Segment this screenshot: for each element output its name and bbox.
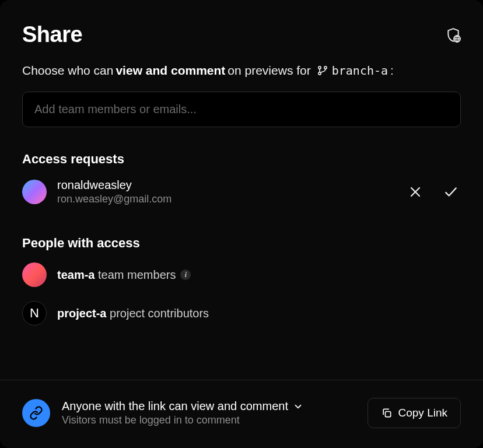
access-label: project-a project contributors	[57, 307, 209, 320]
people-with-access-heading: People with access	[22, 236, 461, 251]
entity-name: project-a	[57, 307, 106, 320]
avatar	[22, 180, 47, 204]
avatar	[22, 262, 47, 287]
visibility-info[interactable]: Anyone with the link can view and commen…	[62, 400, 356, 426]
share-modal: Share Choose who can view and comment on…	[0, 0, 483, 448]
desc-trailing: :	[390, 64, 394, 78]
desc-prefix: Choose who can	[22, 64, 113, 78]
request-actions	[406, 182, 461, 202]
access-row-project: N project-a project contributors	[22, 301, 461, 326]
desc-emphasis: view and comment	[116, 64, 225, 78]
check-icon	[443, 184, 459, 200]
copy-link-button[interactable]: Copy Link	[368, 398, 461, 428]
avatar: N	[22, 301, 47, 326]
desc-suffix: on previews for	[228, 64, 310, 78]
add-members-input[interactable]	[22, 92, 461, 127]
user-name: ronaldweasley	[57, 178, 396, 192]
branch-name: branch-a	[332, 64, 388, 78]
modal-footer: Anyone with the link can view and commen…	[0, 380, 483, 448]
approve-button[interactable]	[441, 182, 461, 202]
access-label: team-a team members i	[57, 268, 191, 282]
user-email: ron.weasley@gmail.com	[57, 193, 396, 205]
branch-icon	[317, 65, 328, 76]
user-info: ronaldweasley ron.weasley@gmail.com	[57, 178, 396, 205]
modal-header: Share	[0, 0, 483, 64]
shield-globe-icon[interactable]	[446, 27, 461, 43]
svg-rect-6	[385, 412, 390, 417]
copy-link-label: Copy Link	[398, 407, 448, 419]
visibility-title: Anyone with the link can view and commen…	[62, 400, 288, 413]
close-icon	[408, 185, 422, 199]
chevron-down-icon	[293, 401, 303, 412]
access-request-row: ronaldweasley ron.weasley@gmail.com	[22, 178, 461, 205]
visibility-title-row: Anyone with the link can view and commen…	[62, 400, 356, 413]
entity-suffix: team members	[98, 268, 176, 281]
decline-button[interactable]	[406, 183, 425, 201]
modal-title: Share	[22, 22, 82, 47]
link-icon	[22, 399, 50, 427]
entity-suffix: project contributors	[110, 307, 209, 320]
access-requests-heading: Access requests	[22, 152, 461, 167]
share-description: Choose who can view and comment on previ…	[22, 64, 461, 78]
copy-icon	[381, 407, 393, 419]
visibility-subtitle: Visitors must be logged in to comment	[62, 414, 356, 426]
access-row-team: team-a team members i	[22, 262, 461, 287]
entity-name: team-a	[57, 268, 94, 281]
modal-body: Choose who can view and comment on previ…	[0, 64, 483, 370]
info-icon[interactable]: i	[180, 270, 191, 280]
